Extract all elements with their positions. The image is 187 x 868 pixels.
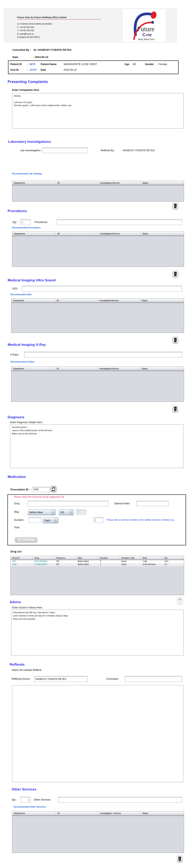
consulted-by-label: Consulted By : — [12, 48, 31, 51]
drug-th-frequency: Fequency — [54, 556, 76, 560]
lab-th-status: Status — [141, 181, 184, 185]
xray-table: Department ID Investigation/Service Stat… — [11, 367, 184, 402]
way-selected-value: Before Meal — [30, 511, 51, 514]
tablets-input[interactable] — [93, 518, 104, 523]
duration-input[interactable] — [28, 517, 41, 523]
other-services-delete-button[interactable]: ↻ — [177, 855, 183, 862]
tablets-hint: Please add as decimal numbers when addin… — [107, 519, 185, 521]
add-drug-label: Add Drug — [23, 538, 34, 541]
drug-suggestion-warning: Please select the Drug from Drug suggess… — [14, 496, 64, 498]
patient-name-label: Patient Name — [41, 63, 57, 66]
company-name: Future Care by Future Holdings (Pty) Lim… — [17, 16, 101, 20]
consultant-input[interactable] — [125, 676, 182, 682]
drug-th-id: Drug ID — [11, 556, 33, 560]
xray-title: Medical Imaging X-Ray — [8, 343, 46, 347]
other-services-field-label: Other Services : — [34, 798, 52, 801]
refferals-listbox[interactable] — [12, 685, 183, 782]
recommended-procedures-link[interactable]: Recommended Procedures — [12, 226, 41, 229]
drug-input[interactable] — [28, 501, 108, 506]
procedures-table: Department ID Investigation/Service Stat… — [12, 231, 184, 267]
prescription-refresh-button[interactable] — [51, 486, 56, 492]
xray-th-status: Status — [140, 367, 184, 371]
lab-table: Department ID Investigation/Service Stat… — [12, 181, 184, 202]
special-notes-input[interactable] — [136, 501, 169, 506]
svg-text:↻: ↻ — [175, 408, 176, 410]
company-phone-2: T: +24 84 225 252 — [17, 29, 52, 32]
lab-delete-button[interactable]: ↻ — [173, 202, 178, 210]
advice-textarea[interactable]: Paracetamol tab 500 mg 1 tab qds for 3 d… — [11, 610, 184, 655]
patient-info-box: Patient ID : 6679 Patient Name : MARGUER… — [8, 60, 179, 74]
other-services-input[interactable] — [58, 797, 182, 803]
diagnosis-title: Diagnosis — [8, 415, 24, 419]
uss-table-header: Department ID Investigation/Service Stat… — [11, 299, 184, 303]
trash-icon — [178, 598, 182, 604]
svg-text:↻: ↻ — [175, 339, 176, 341]
duration-type-selected-value: Day/s — [44, 519, 53, 522]
way-label: Way — [14, 510, 19, 513]
svg-text:↻: ↻ — [179, 858, 181, 860]
reffering-doctor-input[interactable] — [34, 676, 88, 682]
xray-table-header: Department ID Investigation/Service Stat… — [11, 367, 184, 371]
other-services-qty-input[interactable] — [20, 797, 31, 803]
duration-label: Duration : — [14, 519, 25, 521]
refferals-sublabel: Select the needed Refferal — [12, 669, 41, 672]
prescription-id-input[interactable] — [32, 487, 49, 492]
header-band: Future Care by Future Holdings (Pty) Lim… — [4, 8, 177, 43]
xray-input[interactable] — [24, 352, 182, 358]
patient-id-value: 6679 — [30, 63, 35, 66]
drug-label: Drug — [14, 502, 20, 505]
trash-icon: ↻ — [174, 204, 177, 208]
drug-list-header: Drug ID Drug Fequency Way Duration Durat… — [11, 556, 184, 560]
consult-date-value: : 2024-05-10 — [33, 56, 48, 59]
recommended-uss-link[interactable]: Recommended USS — [10, 293, 32, 296]
recommended-other-services-link[interactable]: Recommended Other Services — [14, 806, 46, 808]
uss-field-label: USS : — [12, 287, 19, 290]
medication-form-box: Please select the Drug from Drug suggess… — [7, 494, 186, 546]
xray-field-label: X-Rays : — [10, 353, 20, 356]
refresh-icon — [51, 487, 55, 491]
drug-th-drug: Drug — [33, 556, 54, 560]
duration-type-select[interactable]: Day/s ▼ — [43, 517, 58, 523]
medication-title: Medication — [8, 475, 26, 479]
company-phone-1: T: +24 82 593 593 — [17, 26, 52, 29]
chevron-down-icon: ▼ — [69, 510, 73, 515]
recommended-xray-link[interactable]: Recommended X-Rays — [10, 361, 34, 363]
uss-th-id: ID — [55, 299, 98, 303]
uss-input[interactable] — [22, 286, 182, 291]
svg-text:Future: Future — [137, 25, 154, 33]
procedures-delete-button[interactable]: ↻ — [173, 270, 178, 278]
xray-delete-button[interactable]: ↻ — [173, 405, 178, 412]
uss-table: Department ID Investigation/Service Stat… — [11, 299, 184, 333]
recommended-lab-link[interactable]: Recommended Lab Testings — [12, 173, 42, 175]
procedures-th-id: ID — [56, 232, 99, 236]
os-th-service: Investigation / Service — [99, 811, 141, 815]
drug-list-table: Drug ID Drug Fequency Way Duration Durat… — [10, 556, 184, 595]
drug-th-duration-type: Duration Type — [120, 556, 141, 560]
svg-text:Body Mind Soul: Body Mind Soul — [138, 38, 154, 41]
uss-delete-button[interactable]: ↻ — [173, 336, 178, 344]
future-care-logo-icon: Future C♥re Body Mind Soul — [123, 9, 166, 42]
procedures-table-header: Department ID Investigation/Service Stat… — [12, 232, 184, 236]
add-drug-button[interactable]: + Add Drug — [15, 537, 38, 543]
visit-id-label: Visit ID — [10, 68, 19, 71]
drug-row[interactable]: 243 DICLOFENAC TID Before Meal 3 Day/s 1… — [11, 560, 184, 563]
total-label: Total — [14, 526, 19, 529]
diagnosis-textarea[interactable]: Sinovitis grade 1 lesion of the medial t… — [10, 424, 183, 468]
consult-date-label: Date — [12, 56, 33, 59]
way-select[interactable]: Before Meal ▼ — [28, 509, 56, 515]
procedures-input[interactable] — [57, 219, 182, 225]
procedures-qty-label: Qty : — [12, 221, 18, 223]
frequency-select[interactable]: OD ▼ — [59, 509, 74, 515]
procedures-qty-input[interactable] — [20, 219, 31, 225]
other-services-qty-label: Qty : — [12, 798, 17, 801]
lab-investigation-input[interactable] — [42, 148, 88, 153]
advice-delete-button[interactable] — [177, 597, 183, 604]
drug-row[interactable]: 1387 FLAMICREPE OD Before Meal 1 Day/s i… — [11, 563, 184, 566]
company-number: Company No.8417652-2 — [17, 35, 52, 39]
other-services-table-header: Department ID Investigation / Service St… — [12, 811, 184, 816]
patient-id-colon: : — [27, 63, 28, 66]
lab-th-id: ID — [56, 181, 99, 185]
procedures-th-status: Status — [141, 232, 184, 236]
company-email: E: jude@future.sc — [17, 32, 52, 36]
complaints-textarea[interactable]: Review Left knee US report Sinovitis gra… — [12, 93, 184, 128]
